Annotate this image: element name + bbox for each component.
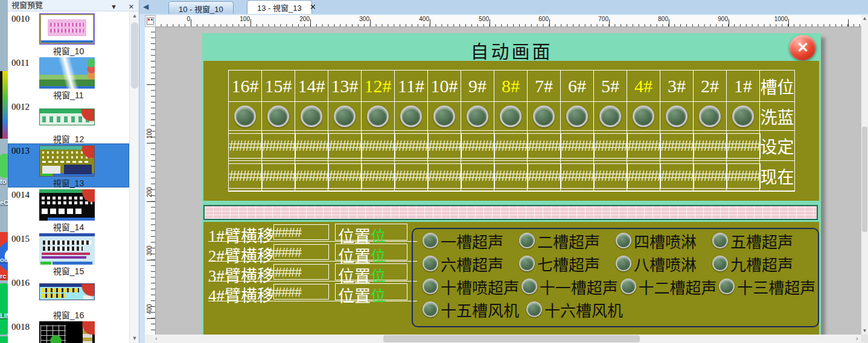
tank-lamp-button[interactable]: 一槽超声 [423, 230, 519, 252]
slot-lamp-indicator[interactable] [666, 105, 688, 127]
numeric-display[interactable]: ##### [328, 163, 362, 189]
arm-position-box[interactable]: 位置 位 [335, 263, 407, 280]
numeric-display[interactable]: ##### [693, 163, 727, 189]
tank-lamp-button[interactable]: 十三槽超声 [719, 275, 818, 298]
canvas-vertical-scrollbar[interactable]: ▲ ▼ [861, 15, 868, 335]
tank-lamp-button[interactable]: 十六槽风机 [526, 298, 630, 321]
numeric-display[interactable]: ##### [494, 133, 528, 159]
numeric-display[interactable]: ##### [560, 163, 595, 189]
numeric-display[interactable]: ##### [461, 163, 495, 189]
desktop-line-icon[interactable] [0, 336, 8, 343]
tank-lamp-button[interactable]: 六槽超声 [423, 253, 519, 275]
slot-lamp-indicator[interactable] [500, 105, 522, 127]
numeric-display[interactable]: ##### [361, 133, 395, 159]
slot-lamp-indicator[interactable] [699, 105, 721, 127]
scroll-up-icon[interactable]: ▲ [130, 11, 139, 20]
numeric-display[interactable]: ##### [228, 133, 263, 159]
numeric-display[interactable]: ##### [560, 133, 595, 159]
tank-lamp-indicator[interactable] [526, 301, 542, 317]
tank-lamp-indicator[interactable] [423, 233, 438, 248]
horizontal-scrollbar-thumb[interactable] [383, 335, 640, 342]
tank-lamp-indicator[interactable] [712, 256, 728, 271]
window-preview-item[interactable]: 0018 [8, 319, 129, 343]
page-setup-icon[interactable] [147, 17, 154, 25]
slot-lamp-indicator[interactable] [267, 105, 289, 127]
tank-lamp-button[interactable]: 九槽超声 [712, 253, 809, 275]
design-canvas[interactable]: 自动画面 ✕ 16#15#14#13#12#11#10#9#8#7#6#5#4#… [156, 27, 861, 335]
slot-lamp-indicator[interactable] [400, 105, 422, 127]
window-preview-item[interactable]: 0013 視窗_13 [8, 143, 129, 187]
numeric-display[interactable]: ##### [593, 133, 628, 159]
tank-lamp-indicator[interactable] [423, 278, 438, 294]
slot-lamp-indicator[interactable] [433, 105, 455, 127]
numeric-display[interactable]: ##### [627, 163, 661, 189]
slot-lamp-indicator[interactable] [732, 105, 754, 127]
scroll-down-icon[interactable]: ▼ [130, 334, 139, 343]
tab-window-13[interactable]: 13 - 視窗_13 [247, 0, 312, 14]
tab-window-10[interactable]: 10 - 視窗_10 [168, 1, 234, 14]
slot-lamp-indicator[interactable] [334, 105, 356, 127]
numeric-display[interactable]: ##### [295, 133, 329, 159]
slot-lamp-indicator[interactable] [533, 105, 555, 127]
numeric-display[interactable]: ##### [261, 133, 296, 159]
numeric-display[interactable]: ##### [394, 163, 429, 189]
numeric-display[interactable]: ##### [427, 133, 462, 159]
ruler-corner[interactable] [145, 15, 156, 27]
window-thumbnail[interactable] [39, 109, 95, 125]
desktop-media-icon[interactable] [0, 71, 8, 139]
tank-lamp-indicator[interactable] [519, 256, 535, 271]
numeric-display[interactable]: ##### [527, 163, 561, 189]
numeric-display[interactable]: ##### [328, 133, 362, 159]
window-thumbnail[interactable] [39, 321, 95, 343]
sidebar-header[interactable]: 視窗預覽 ▼ ✕ [8, 0, 139, 11]
scroll-down-icon[interactable]: ▼ [861, 327, 868, 335]
numeric-display[interactable]: ##### [427, 163, 462, 189]
arm-numeric-display[interactable]: ##### [273, 244, 329, 260]
numeric-display[interactable]: ##### [261, 163, 296, 189]
arm-position-box[interactable]: 位置 位 [335, 283, 407, 300]
desktop-wechat-icon[interactable] [0, 154, 8, 178]
slot-lamp-indicator[interactable] [633, 105, 654, 127]
tank-lamp-button[interactable]: 二槽超声 [519, 230, 616, 252]
tank-lamp-indicator[interactable] [423, 301, 438, 317]
slot-lamp-indicator[interactable] [599, 105, 621, 127]
arm-numeric-display[interactable]: ##### [273, 284, 329, 300]
scroll-left-icon[interactable]: ‹ [152, 335, 161, 343]
desktop-line-icon[interactable] [0, 283, 8, 335]
tank-lamp-button[interactable]: 八槽喷淋 [616, 253, 712, 275]
arm-numeric-display[interactable]: ##### [273, 224, 329, 240]
tank-lamp-indicator[interactable] [616, 256, 631, 271]
slot-lamp-indicator[interactable] [566, 105, 588, 127]
window-thumbnail[interactable] [39, 283, 95, 300]
window-preview-item[interactable]: 0011 視窗_11 [8, 55, 129, 99]
numeric-display[interactable]: ##### [726, 163, 761, 189]
close-icon[interactable]: ✕ [129, 1, 134, 12]
window-thumbnail[interactable] [39, 145, 95, 177]
numeric-display[interactable]: ##### [693, 133, 727, 159]
chevron-down-icon[interactable]: ▼ [110, 1, 117, 12]
numeric-display[interactable]: ##### [660, 163, 694, 189]
tank-lamp-button[interactable]: 十二槽超声 [621, 275, 720, 298]
tank-lamp-indicator[interactable] [616, 233, 631, 248]
numeric-display[interactable]: ##### [627, 133, 661, 159]
vertical-scrollbar-thumb[interactable] [862, 127, 867, 232]
tank-lamp-indicator[interactable] [712, 233, 728, 248]
numeric-display[interactable]: ##### [593, 163, 628, 189]
sidebar-scrollbar-thumb[interactable] [131, 22, 138, 89]
tank-lamp-button[interactable]: 十五槽风机 [423, 298, 526, 321]
tab-close-icon[interactable]: ✕ [310, 2, 316, 11]
window-preview-item[interactable]: 0014 視窗_14 [8, 187, 129, 231]
tank-lamp-button[interactable]: 四槽喷淋 [616, 230, 712, 252]
numeric-display[interactable]: ##### [494, 163, 528, 189]
hmi-screen[interactable]: 自动画面 ✕ 16#15#14#13#12#11#10#9#8#7#6#5#4#… [202, 33, 821, 335]
window-preview-item[interactable]: 0015 視窗_15 [8, 231, 129, 275]
slot-lamp-indicator[interactable] [301, 105, 322, 127]
arm-position-box[interactable]: 位置 位 [335, 224, 407, 241]
numeric-display[interactable]: ##### [726, 133, 761, 159]
tank-lamp-indicator[interactable] [519, 233, 535, 248]
numeric-display[interactable]: ##### [228, 163, 263, 189]
window-thumbnail[interactable] [39, 13, 95, 45]
window-thumbnail[interactable] [39, 57, 95, 89]
scroll-right-icon[interactable]: › [853, 335, 861, 343]
window-preview-item[interactable]: 0012 視窗_12 [8, 99, 129, 143]
